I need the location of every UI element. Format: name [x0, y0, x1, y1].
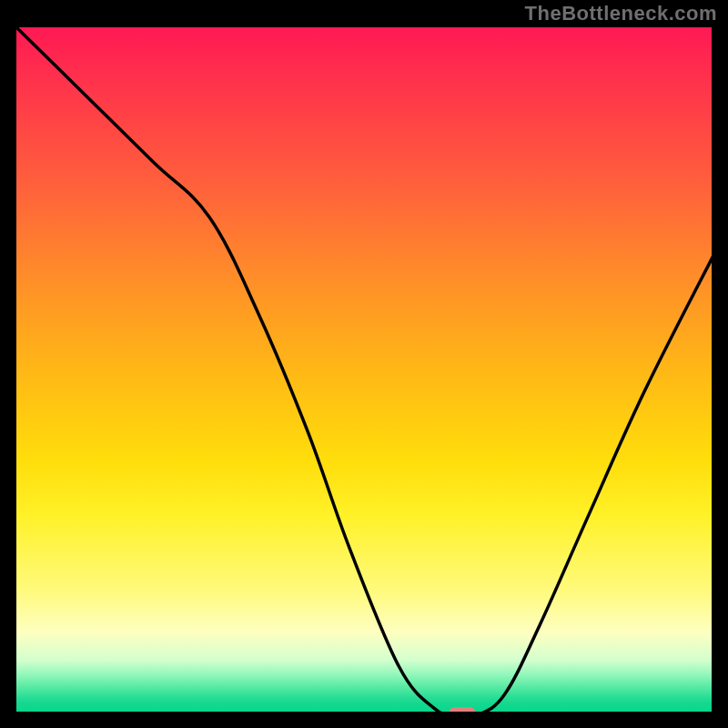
watermark-text: TheBottleneck.com: [525, 2, 717, 25]
chart-container: TheBottleneck.com: [0, 0, 728, 728]
bottleneck-curve: [13, 24, 715, 715]
optimal-marker: [449, 707, 476, 715]
plot-area: [13, 24, 715, 715]
curve-path: [13, 24, 715, 715]
